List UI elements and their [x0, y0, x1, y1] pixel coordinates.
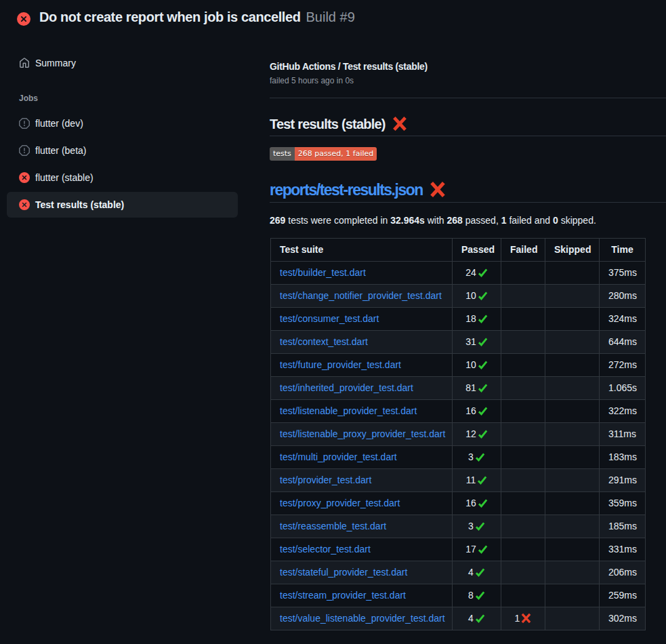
cell-failed [501, 331, 545, 354]
cell-failed [501, 561, 545, 584]
test-suite-link[interactable]: test/value_listenable_provider_test.dart [280, 613, 445, 624]
cell-failed [501, 354, 545, 377]
cell-passed: 31 [453, 331, 501, 354]
cell-test-suite: test/reassemble_test.dart [271, 515, 453, 538]
report-title-link[interactable]: reports/test-results.json [270, 181, 423, 199]
check-mark-icon [478, 544, 488, 555]
table-row: test/value_listenable_provider_test.dart… [271, 607, 646, 630]
column-header-skipped: Skipped [545, 239, 600, 262]
check-mark-icon [478, 337, 488, 347]
table-row: test/reassemble_test.dart3185ms [271, 515, 646, 538]
cell-time: 291ms [600, 469, 646, 492]
column-header-passed: Passed [453, 239, 501, 262]
column-header-test-suite: Test suite [271, 239, 453, 262]
jobs-section-label: Jobs [19, 93, 270, 104]
test-suite-link[interactable]: test/change_notifier_provider_test.dart [280, 290, 442, 301]
cell-passed: 4 [453, 561, 501, 584]
sidebar-job-flutter-beta[interactable]: flutter (beta) [7, 138, 238, 163]
test-suite-link[interactable]: test/stateful_provider_test.dart [280, 567, 407, 578]
cell-passed: 81 [453, 377, 501, 400]
test-suite-link[interactable]: test/listenable_proxy_provider_test.dart [280, 428, 445, 439]
home-icon [19, 58, 30, 68]
cell-test-suite: test/proxy_provider_test.dart [271, 492, 453, 515]
test-suite-link[interactable]: test/consumer_test.dart [280, 313, 379, 324]
jobs-list: flutter (dev)flutter (beta)flutter (stab… [7, 110, 238, 218]
badge-row: tests 268 passed, 1 failed [270, 147, 666, 161]
check-mark-icon [475, 521, 485, 531]
run-status-icon [17, 12, 30, 26]
cell-test-suite: test/value_listenable_provider_test.dart [271, 607, 453, 630]
check-mark-icon [478, 268, 488, 278]
test-suite-link[interactable]: test/selector_test.dart [280, 544, 371, 555]
table-row: test/selector_test.dart17331ms [271, 538, 646, 561]
cell-time: 272ms [600, 354, 646, 377]
test-suite-link[interactable]: test/context_test.dart [280, 336, 368, 347]
table-row: test/inherited_provider_test.dart811.065… [271, 377, 646, 400]
cell-time: 302ms [600, 607, 646, 630]
test-suite-link[interactable]: test/future_provider_test.dart [280, 359, 401, 370]
cell-failed [501, 377, 545, 400]
table-row: test/builder_test.dart24375ms [271, 262, 646, 285]
cell-time: 1.065s [600, 377, 646, 400]
check-title: Test results (stable) [270, 116, 666, 136]
cell-passed: 10 [453, 354, 501, 377]
test-suite-link[interactable]: test/proxy_provider_test.dart [280, 498, 400, 508]
cell-time: 259ms [600, 584, 646, 607]
cell-passed: 8 [453, 584, 501, 607]
column-header-time: Time [600, 239, 646, 262]
check-mark-icon [475, 452, 485, 462]
table-row: test/context_test.dart31644ms [271, 331, 646, 354]
report-title: reports/test-results.json [270, 180, 666, 203]
main-content: GitHub Actions / Test results (stable) f… [270, 39, 666, 630]
cell-time: 322ms [600, 400, 646, 423]
cell-test-suite: test/context_test.dart [271, 331, 453, 354]
job-label: flutter (stable) [35, 172, 93, 183]
test-suite-link[interactable]: test/provider_test.dart [280, 475, 371, 485]
cell-failed: 1 [501, 607, 545, 630]
test-suite-link[interactable]: test/stream_provider_test.dart [280, 590, 406, 601]
results-table: Test suitePassedFailedSkippedTime test/b… [270, 238, 646, 630]
cell-failed [501, 308, 545, 331]
check-mark-icon [475, 590, 485, 601]
cell-time: 331ms [600, 538, 646, 561]
summary-label: Summary [35, 58, 76, 68]
test-suite-link[interactable]: test/listenable_provider_test.dart [280, 405, 417, 416]
table-row: test/stateful_provider_test.dart4206ms [271, 561, 646, 584]
cell-time: 183ms [600, 446, 646, 469]
sidebar-job-flutter-stable[interactable]: flutter (stable) [7, 165, 238, 190]
sidebar-job-flutter-dev[interactable]: flutter (dev) [7, 110, 238, 136]
job-label: Test results (stable) [35, 199, 124, 210]
cell-test-suite: test/selector_test.dart [271, 538, 453, 561]
cell-passed: 18 [453, 308, 501, 331]
cell-passed: 3 [453, 515, 501, 538]
cell-test-suite: test/stateful_provider_test.dart [271, 561, 453, 584]
test-suite-link[interactable]: test/multi_provider_test.dart [280, 451, 397, 462]
sidebar-item-summary[interactable]: Summary [0, 52, 270, 74]
tests-badge[interactable]: tests 268 passed, 1 failed [270, 147, 377, 161]
cell-test-suite: test/builder_test.dart [271, 262, 453, 285]
cell-time: 206ms [600, 561, 646, 584]
cell-failed [501, 423, 545, 446]
cell-skipped [545, 469, 600, 492]
cell-passed: 16 [453, 492, 501, 515]
cell-time: 375ms [600, 262, 646, 285]
results-table-header-row: Test suitePassedFailedSkippedTime [271, 239, 646, 262]
cell-time: 311ms [600, 423, 646, 446]
cell-time: 359ms [600, 492, 646, 515]
test-suite-link[interactable]: test/inherited_provider_test.dart [280, 382, 413, 393]
test-suite-link[interactable]: test/reassemble_test.dart [280, 521, 386, 531]
cell-skipped [545, 262, 600, 285]
cell-failed [501, 285, 545, 308]
run-build-number: Build #9 [306, 9, 355, 24]
test-suite-link[interactable]: test/builder_test.dart [280, 267, 366, 278]
check-mark-icon [478, 291, 488, 301]
cell-skipped [545, 423, 600, 446]
stop-icon [19, 145, 30, 156]
check-mark-icon [475, 567, 485, 578]
cell-time: 185ms [600, 515, 646, 538]
cell-skipped [545, 492, 600, 515]
cell-failed [501, 400, 545, 423]
x-circle-fill-icon [17, 12, 30, 26]
cell-passed: 17 [453, 538, 501, 561]
sidebar-job-test-results-stable[interactable]: Test results (stable) [7, 192, 238, 218]
